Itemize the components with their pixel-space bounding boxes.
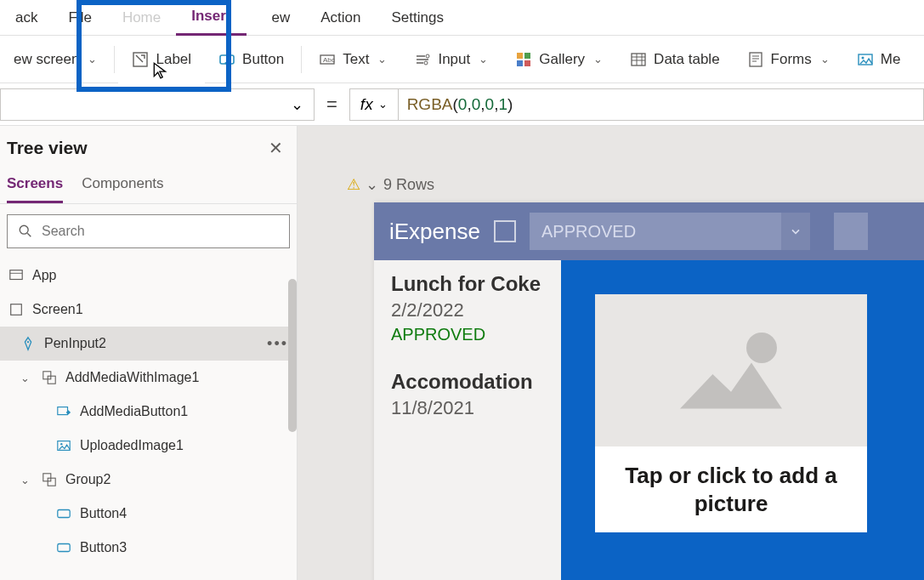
media-button-icon: [56, 404, 71, 419]
menu-action[interactable]: Action: [305, 0, 376, 36]
property-dropdown[interactable]: ⌄: [0, 88, 315, 121]
tree-item-addmedia[interactable]: ⌄ AddMediaWithImage1: [0, 361, 297, 395]
svg-point-5: [424, 61, 428, 65]
chevron-down-icon[interactable]: ⌄: [20, 474, 30, 486]
tree-item-group2[interactable]: ⌄ Group2: [0, 463, 297, 497]
canvas: ⚠ ⌄ 9 Rows iExpense APPROVED Lunch for C…: [298, 126, 924, 580]
tree-view-panel: Tree view ✕ Screens Components App Scree…: [0, 126, 298, 580]
dropdown-value: APPROVED: [541, 222, 636, 242]
list-item[interactable]: Lunch for Coke 2/2/2022 APPROVED: [391, 272, 561, 344]
media-icon: [857, 51, 874, 68]
svg-rect-23: [43, 474, 51, 481]
svg-rect-10: [632, 54, 645, 65]
tab-screens[interactable]: Screens: [7, 170, 63, 203]
svg-point-17: [27, 341, 29, 343]
tree-list: App Screen1 PenInput2 ••• ⌄ AddMediaWith…: [0, 259, 297, 580]
status-dropdown[interactable]: APPROVED: [530, 213, 810, 250]
svg-rect-11: [750, 53, 762, 66]
menu-insert[interactable]: Insert: [176, 0, 246, 36]
svg-point-14: [20, 225, 28, 234]
picture-placeholder: [595, 294, 867, 446]
text-icon: Abc: [319, 51, 336, 68]
tree-item-app[interactable]: App: [0, 259, 297, 293]
tree-item-uploadedimage[interactable]: UploadedImage1: [0, 429, 297, 463]
tree-label: Group2: [65, 472, 111, 487]
rows-label: 9 Rows: [383, 176, 434, 194]
tree-label: App: [32, 268, 56, 283]
tree-item-button4[interactable]: Button4: [0, 497, 297, 531]
fx-button[interactable]: fx⌄: [349, 88, 399, 121]
tree-item-button3[interactable]: Button3: [0, 531, 297, 565]
forms-label: Forms: [771, 51, 812, 68]
header-button[interactable]: [834, 213, 868, 250]
checkbox[interactable]: [494, 220, 516, 242]
chevron-down-icon: ⌄: [88, 53, 97, 65]
close-icon[interactable]: ✕: [269, 138, 283, 158]
svg-rect-24: [48, 478, 55, 486]
svg-point-13: [861, 56, 864, 59]
chevron-down-icon: ⌄: [377, 53, 387, 65]
chevron-down-icon: ⌄: [593, 53, 603, 65]
input-label: Input: [438, 51, 470, 68]
menu-home[interactable]: Home: [107, 0, 176, 36]
tree-item-peninput2[interactable]: PenInput2 •••: [0, 327, 297, 361]
search-icon: [18, 224, 33, 239]
app-preview[interactable]: iExpense APPROVED Lunch for Coke 2/2/202…: [374, 202, 924, 580]
tree-item-screen1[interactable]: Screen1: [0, 293, 297, 327]
separator: [301, 46, 302, 73]
list-item[interactable]: Accomodation 11/8/2021: [391, 370, 561, 419]
tree-view-title: Tree view: [7, 138, 88, 158]
ribbon: ew screen⌄ Label Button Abc Text⌄ Input⌄…: [0, 36, 924, 83]
button-icon: [56, 506, 71, 521]
menu-view[interactable]: ew: [247, 0, 306, 36]
svg-rect-25: [58, 510, 70, 518]
fx-label: fx: [360, 95, 373, 114]
expense-title: Accomodation: [391, 370, 561, 394]
input-button[interactable]: Input⌄: [400, 36, 502, 83]
label-button[interactable]: Label: [118, 36, 205, 83]
tab-components[interactable]: Components: [82, 170, 163, 203]
warning-icon: ⚠: [347, 175, 360, 194]
text-button[interactable]: Abc Text⌄: [305, 36, 400, 83]
datatable-icon: [630, 51, 647, 68]
more-icon[interactable]: •••: [267, 335, 288, 353]
label-icon: [132, 51, 149, 68]
chevron-down-icon[interactable]: ⌄: [366, 175, 378, 194]
menu-file[interactable]: File: [53, 0, 106, 36]
datatable-button[interactable]: Data table: [616, 36, 734, 83]
search-input[interactable]: [42, 224, 279, 239]
svg-rect-7: [524, 53, 530, 59]
button-button[interactable]: Button: [205, 36, 298, 83]
menu-settings[interactable]: Settings: [377, 0, 459, 36]
app-body: Lunch for Coke 2/2/2022 APPROVED Accomod…: [374, 260, 924, 580]
screen-icon: [9, 302, 24, 317]
tree-label: Button3: [80, 540, 127, 555]
scrollbar[interactable]: [288, 279, 297, 432]
tree-label: UploadedImage1: [80, 438, 184, 453]
chevron-down-icon[interactable]: ⌄: [20, 372, 30, 384]
svg-rect-8: [517, 60, 523, 66]
image-icon: [746, 333, 777, 363]
forms-button[interactable]: Forms⌄: [734, 36, 843, 83]
rows-indicator: ⚠ ⌄ 9 Rows: [347, 175, 434, 194]
media-button[interactable]: Me: [843, 36, 915, 83]
tree-tabs: Screens Components: [0, 163, 297, 204]
expense-date: 2/2/2022: [391, 299, 561, 321]
expense-date: 11/8/2021: [391, 397, 561, 419]
expense-status: APPROVED: [391, 325, 561, 344]
button-label: Button: [242, 51, 284, 68]
tree-item-addmediabutton[interactable]: AddMediaButton1: [0, 395, 297, 429]
menu-bar: ack File Home Insert ew Action Settings: [0, 0, 924, 36]
svg-rect-20: [58, 407, 68, 415]
tree-label: Button4: [80, 506, 127, 521]
add-picture-control[interactable]: Tap or click to add a picture: [595, 294, 867, 532]
formula-input[interactable]: RGBA(0, 0, 0, 1): [399, 88, 924, 121]
svg-rect-18: [43, 372, 51, 379]
new-screen-button[interactable]: ew screen⌄: [0, 36, 111, 83]
expense-title: Lunch for Coke: [391, 272, 561, 296]
equals-sign: =: [315, 94, 349, 116]
menu-back[interactable]: ack: [0, 0, 53, 36]
search-box[interactable]: [7, 214, 290, 248]
formula-fn: RGBA: [407, 95, 453, 114]
gallery-button[interactable]: Gallery⌄: [502, 36, 616, 83]
